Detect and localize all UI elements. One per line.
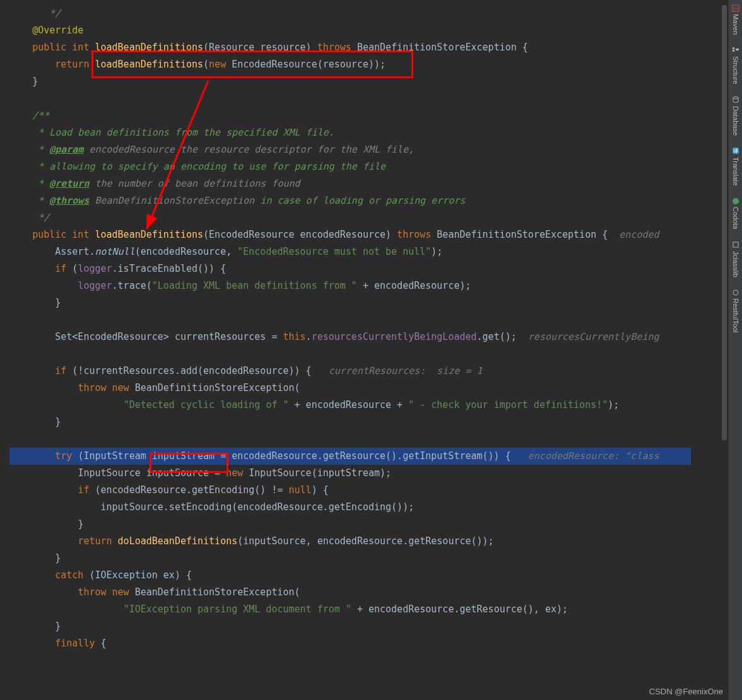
code-line — [9, 431, 691, 448]
database-icon — [731, 96, 739, 104]
vertical-scrollbar[interactable] — [721, 0, 728, 700]
code-line: } — [9, 550, 691, 567]
code-line: * Load bean definitions from the specifi… — [9, 124, 691, 141]
svg-rect-9 — [733, 242, 738, 247]
code-line: if (!currentResources.add(encodedResourc… — [9, 363, 691, 380]
code-line: return loadBeanDefinitions(new EncodedRe… — [9, 56, 691, 73]
code-line: "IOException parsing XML document from "… — [9, 601, 691, 618]
code-line: return doLoadBeanDefinitions(inputSource… — [9, 533, 691, 550]
right-tool-window-bar: m Maven Structure Database 译 Translate C… — [728, 0, 742, 700]
svg-text:译: 译 — [733, 148, 738, 154]
highlighted-code-line: try (InputStream inputStream = encodedRe… — [9, 448, 691, 465]
restfultool-icon — [731, 288, 739, 296]
code-editor[interactable]: */ @Override public int loadBeanDefiniti… — [0, 0, 691, 700]
code-line: } — [9, 618, 691, 635]
code-line: * allowing to specify an encoding to use… — [9, 158, 691, 175]
code-line: * @throws BeanDefinitionStoreException i… — [9, 192, 691, 209]
code-line: inputSource.setEncoding(encodedResource.… — [9, 499, 691, 516]
code-line: throw new BeanDefinitionStoreException( — [9, 380, 691, 397]
code-line — [9, 346, 691, 363]
tool-window-maven[interactable]: m Maven — [731, 3, 739, 36]
svg-text:m: m — [733, 6, 738, 11]
code-line: Set<EncodedResource> currentResources = … — [9, 329, 691, 346]
tool-window-translate[interactable]: 译 Translate — [731, 146, 739, 187]
tool-window-codota[interactable]: Codota — [731, 195, 739, 230]
code-line: } — [9, 73, 691, 90]
code-line: catch (IOException ex) { — [9, 567, 691, 584]
code-line — [9, 312, 691, 329]
code-line: if (encodedResource.getEncoding() != nul… — [9, 482, 691, 499]
code-line: public int loadBeanDefinitions(Resource … — [9, 39, 691, 56]
tool-window-restfultool[interactable]: RestfulTool — [731, 287, 739, 334]
code-line: * @return the number of bean definitions… — [9, 175, 691, 192]
code-line: */ — [9, 5, 691, 22]
code-line: /** — [9, 107, 691, 124]
code-line: * @param encodedResource the resource de… — [9, 141, 691, 158]
code-line: public int loadBeanDefinitions(EncodedRe… — [9, 226, 691, 243]
maven-icon: m — [731, 4, 739, 12]
code-line: } — [9, 295, 691, 312]
tool-window-structure[interactable]: Structure — [731, 45, 739, 86]
svg-point-5 — [733, 97, 738, 99]
translate-icon: 译 — [731, 147, 739, 155]
svg-rect-2 — [733, 47, 734, 49]
svg-rect-4 — [736, 49, 739, 50]
code-line: InputSource inputSource = new InputSourc… — [9, 465, 691, 482]
svg-rect-3 — [733, 50, 734, 52]
code-line — [9, 90, 691, 107]
code-line: logger.trace("Loading XML bean definitio… — [9, 277, 691, 295]
code-line: throw new BeanDefinitionStoreException( — [9, 584, 691, 601]
svg-point-10 — [733, 290, 738, 295]
code-line: } — [9, 516, 691, 533]
jclasslib-icon — [731, 241, 739, 249]
codota-icon — [731, 197, 739, 205]
code-line: @Override — [9, 22, 691, 39]
code-line: */ — [9, 209, 691, 226]
structure-icon — [731, 46, 739, 54]
svg-point-8 — [733, 198, 739, 204]
code-line: } — [9, 414, 691, 431]
code-line: Assert.notNull(encodedResource, "Encoded… — [9, 243, 691, 260]
code-line: "Detected cyclic loading of " + encodedR… — [9, 397, 691, 414]
tool-window-database[interactable]: Database — [731, 95, 739, 137]
tool-window-jclasslib[interactable]: Jclasslib — [731, 240, 739, 279]
scrollbar-thumb[interactable] — [722, 5, 727, 440]
watermark: CSDN @FeenixOne — [649, 687, 723, 696]
code-line: finally { — [9, 635, 691, 652]
code-line: if (logger.isTraceEnabled()) { — [9, 260, 691, 277]
